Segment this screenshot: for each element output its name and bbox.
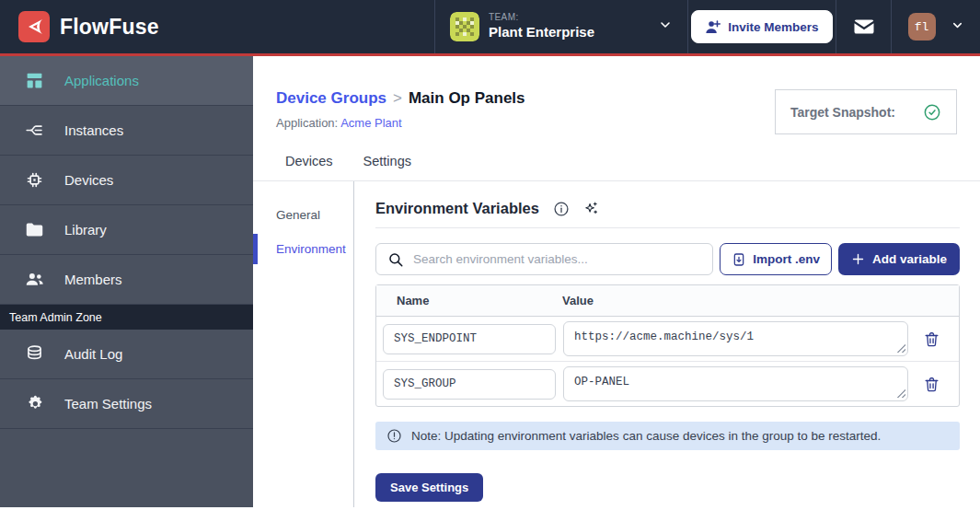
exclamation-circle-icon	[386, 428, 402, 444]
env-value-textarea[interactable]: OP-PANEL	[563, 366, 908, 401]
sidebar-item-label: Library	[64, 222, 107, 238]
settings-subnav: General Environment	[253, 181, 354, 507]
section-title: Environment Variables	[375, 200, 539, 217]
search-input[interactable]	[413, 252, 701, 266]
table-row: https://acme.machine/sys/1	[376, 317, 959, 361]
members-icon	[25, 270, 44, 289]
column-header-value: Value	[562, 294, 959, 307]
sidebar-item-devices[interactable]: Devices	[0, 156, 253, 205]
trash-icon	[923, 376, 940, 393]
sidebar: Applications Instances Devices Library M…	[0, 56, 253, 507]
delete-variable-button[interactable]	[923, 330, 940, 348]
sidebar-item-label: Audit Log	[64, 346, 122, 362]
table-row: OP-PANEL	[376, 361, 959, 406]
brand[interactable]: FlowFuse	[0, 0, 434, 53]
environment-panel: Environment Variables Impor	[354, 181, 980, 507]
breadcrumb-separator: >	[393, 89, 402, 107]
applications-icon	[25, 71, 44, 90]
flowfuse-logo-icon	[18, 11, 50, 42]
sidebar-item-label: Instances	[64, 122, 123, 138]
page-title: Main Op Panels	[409, 89, 525, 107]
check-circle-icon	[923, 103, 941, 122]
user-avatar: fl	[908, 13, 936, 41]
team-admin-zone-label: Team Admin Zone	[0, 305, 253, 330]
sidebar-item-label: Team Settings	[64, 396, 152, 411]
env-value-textarea[interactable]: https://acme.machine/sys/1	[563, 321, 908, 356]
subnav-item-general[interactable]: General	[253, 200, 353, 230]
note-text: Note: Updating environment variables can…	[411, 429, 881, 443]
column-header-name: Name	[376, 294, 562, 307]
import-env-label: Import .env	[753, 252, 820, 266]
team-switcher[interactable]: TEAM: Plant Enterprise	[434, 0, 687, 53]
document-download-icon	[732, 252, 746, 267]
target-snapshot-label: Target Snapshot:	[790, 105, 895, 120]
envelope-icon	[852, 15, 876, 39]
tab-bar: Devices Settings	[253, 130, 980, 181]
sidebar-item-label: Members	[64, 272, 122, 287]
brand-name: FlowFuse	[60, 15, 159, 40]
add-variable-button[interactable]: Add variable	[838, 243, 960, 275]
application-label: Application:	[276, 116, 338, 130]
plus-icon	[851, 252, 865, 266]
sidebar-spacer	[0, 429, 253, 507]
main-content: Device Groups>Main Op Panels Application…	[253, 56, 980, 507]
notifications-button[interactable]	[836, 0, 891, 53]
sidebar-item-library[interactable]: Library	[0, 205, 253, 255]
sidebar-item-label: Devices	[64, 172, 113, 188]
team-name: Plant Enterprise	[489, 24, 594, 41]
sparkles-icon[interactable]	[583, 201, 599, 216]
tab-devices[interactable]: Devices	[285, 154, 333, 168]
breadcrumb-device-groups-link[interactable]: Device Groups	[276, 89, 386, 107]
team-label: TEAM:	[489, 12, 594, 24]
sidebar-item-label: Applications	[64, 73, 139, 88]
top-navbar: FlowFuse TEAM: Plant Enterprise	[0, 0, 980, 56]
trash-icon	[923, 330, 940, 348]
instances-icon	[25, 121, 44, 140]
sidebar-item-applications[interactable]: Applications	[0, 56, 253, 106]
chevron-down-icon	[951, 18, 964, 36]
sidebar-item-members[interactable]: Members	[0, 255, 253, 305]
application-link[interactable]: Acme Plant	[340, 116, 401, 130]
target-snapshot-box: Target Snapshot:	[775, 89, 957, 134]
search-icon	[387, 251, 404, 268]
team-avatar	[450, 12, 479, 41]
library-icon	[25, 220, 44, 239]
search-box	[375, 243, 713, 275]
note-banner: Note: Updating environment variables can…	[375, 422, 960, 450]
invite-members-button[interactable]: Invite Members	[691, 10, 832, 43]
save-settings-button[interactable]: Save Settings	[375, 473, 483, 502]
env-name-input[interactable]	[383, 324, 556, 354]
info-icon[interactable]	[553, 201, 570, 217]
delete-variable-button[interactable]	[923, 376, 940, 393]
audit-log-icon	[25, 344, 44, 364]
invite-members-label: Invite Members	[728, 20, 818, 34]
sidebar-item-audit-log[interactable]: Audit Log	[0, 330, 253, 379]
chevron-down-icon	[658, 17, 673, 36]
team-settings-icon	[25, 394, 44, 413]
add-variable-label: Add variable	[872, 252, 947, 266]
tab-settings[interactable]: Settings	[363, 154, 411, 168]
sidebar-item-instances[interactable]: Instances	[0, 106, 253, 156]
sidebar-item-team-settings[interactable]: Team Settings	[0, 379, 253, 429]
subnav-item-environment[interactable]: Environment	[253, 234, 353, 264]
user-menu[interactable]: fl	[891, 0, 980, 53]
user-plus-icon	[705, 19, 721, 35]
env-name-input[interactable]	[383, 369, 556, 400]
import-env-button[interactable]: Import .env	[720, 243, 832, 275]
env-variables-table: Name Value https://acme.machine/sys/1	[375, 284, 960, 407]
devices-icon	[25, 170, 44, 190]
